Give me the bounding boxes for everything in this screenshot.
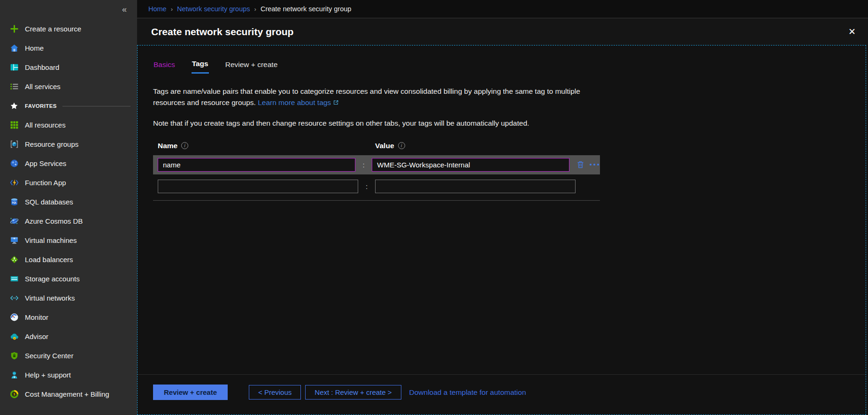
sidebar-item-virtual-networks[interactable]: Virtual networks bbox=[0, 288, 137, 308]
tag-value-input[interactable] bbox=[372, 158, 569, 172]
sidebar-item-resource-groups[interactable]: Resource groups bbox=[0, 135, 137, 154]
sidebar-item-label: All resources bbox=[25, 121, 66, 129]
previous-button[interactable]: < Previous bbox=[249, 385, 301, 400]
learn-more-label: Learn more about tags bbox=[258, 98, 331, 106]
sidebar-nav: Create a resource Home Dashboard All ser… bbox=[0, 19, 137, 404]
all-resources-icon bbox=[9, 121, 19, 130]
sidebar-item-label: App Services bbox=[25, 159, 66, 167]
sidebar-item-label: Azure Cosmos DB bbox=[25, 217, 83, 225]
sidebar-collapse-button[interactable]: « bbox=[122, 5, 127, 15]
sidebar-item-cost-management-billing[interactable]: $ Cost Management + Billing bbox=[0, 385, 137, 404]
main-area: Home › Network security groups › Create … bbox=[137, 0, 868, 415]
sidebar-item-home[interactable]: Home bbox=[0, 38, 137, 58]
info-icon[interactable] bbox=[181, 142, 188, 149]
sidebar-item-label: Virtual networks bbox=[25, 294, 75, 302]
sidebar-item-dashboard[interactable]: Dashboard bbox=[0, 58, 137, 77]
sidebar-item-all-resources[interactable]: All resources bbox=[0, 115, 137, 135]
colon-separator: : bbox=[358, 182, 375, 190]
info-icon[interactable] bbox=[398, 142, 405, 149]
tag-name-input[interactable] bbox=[158, 158, 355, 172]
advisor-icon bbox=[9, 332, 19, 341]
value-header-label: Value bbox=[375, 142, 394, 150]
monitor-icon bbox=[9, 313, 19, 322]
home-icon bbox=[9, 44, 19, 53]
chevron-right-icon: › bbox=[171, 6, 173, 13]
virtual-machines-icon bbox=[9, 236, 19, 245]
sidebar-item-label: Monitor bbox=[25, 313, 48, 321]
sidebar-item-label: Resource groups bbox=[25, 140, 78, 148]
sidebar-item-label: Create a resource bbox=[25, 25, 81, 33]
sidebar-item-label: Cost Management + Billing bbox=[25, 390, 109, 398]
tags-table: Name Value : bbox=[153, 142, 600, 201]
sidebar-item-label: SQL databases bbox=[25, 198, 73, 206]
sidebar-item-monitor[interactable]: Monitor bbox=[0, 308, 137, 327]
sidebar-item-load-balancers[interactable]: Load balancers bbox=[0, 250, 137, 269]
all-services-icon bbox=[9, 82, 19, 91]
sidebar-item-app-services[interactable]: App Services bbox=[0, 154, 137, 173]
sidebar-item-help-support[interactable]: Help + support bbox=[0, 365, 137, 385]
sidebar-item-label: Home bbox=[25, 44, 44, 52]
load-balancers-icon bbox=[9, 255, 19, 264]
tags-table-header: Name Value bbox=[153, 142, 600, 150]
sidebar-item-storage-accounts[interactable]: Storage accounts bbox=[0, 269, 137, 288]
close-icon[interactable]: ✕ bbox=[848, 26, 856, 37]
blade-footer: Review + create < Previous Next : Review… bbox=[138, 374, 866, 415]
azure-portal: « Create a resource Home Dashboard bbox=[0, 0, 868, 415]
function-app-icon bbox=[9, 178, 19, 188]
breadcrumb: Home › Network security groups › Create … bbox=[137, 0, 868, 18]
sidebar-item-virtual-machines[interactable]: Virtual machines bbox=[0, 231, 137, 250]
tag-name-input[interactable] bbox=[158, 180, 358, 193]
blade-content-panel: Basics Tags Review + create Tags are nam… bbox=[137, 45, 866, 415]
tab-review-create[interactable]: Review + create bbox=[225, 60, 278, 74]
download-template-link[interactable]: Download a template for automation bbox=[409, 388, 526, 397]
sidebar-item-label: Load balancers bbox=[25, 256, 73, 264]
blade-titlebar: Create network security group ✕ bbox=[137, 18, 868, 45]
sidebar-item-advisor[interactable]: Advisor bbox=[0, 327, 137, 346]
star-icon bbox=[9, 101, 19, 111]
sidebar-item-azure-cosmos-db[interactable]: Azure Cosmos DB bbox=[0, 211, 137, 231]
help-support-icon bbox=[9, 370, 19, 380]
svg-text:$: $ bbox=[13, 392, 15, 396]
sidebar-section-favorites: FAVORITES bbox=[0, 96, 137, 115]
trash-icon bbox=[576, 160, 584, 169]
sidebar-item-label: Advisor bbox=[25, 332, 48, 340]
virtual-networks-icon bbox=[9, 294, 19, 303]
sidebar-item-label: Storage accounts bbox=[25, 275, 80, 283]
sidebar-item-function-app[interactable]: Function App bbox=[0, 173, 137, 192]
colon-separator: : bbox=[355, 161, 372, 169]
more-options-button[interactable] bbox=[589, 163, 600, 166]
app-services-icon bbox=[9, 159, 19, 168]
plus-icon bbox=[9, 24, 19, 34]
sidebar-item-all-services[interactable]: All services bbox=[0, 77, 137, 96]
sidebar-item-label: All services bbox=[25, 83, 61, 91]
resource-groups-icon bbox=[9, 140, 19, 149]
sidebar-item-create-a-resource[interactable]: Create a resource bbox=[0, 19, 137, 38]
tag-value-input[interactable] bbox=[375, 180, 576, 193]
cosmos-db-icon bbox=[9, 217, 19, 226]
tab-bar: Basics Tags Review + create bbox=[153, 60, 866, 74]
cost-management-icon: $ bbox=[9, 390, 19, 399]
delete-tag-button[interactable] bbox=[576, 160, 584, 169]
tag-row: : bbox=[153, 155, 600, 174]
tab-tags[interactable]: Tags bbox=[192, 60, 209, 74]
breadcrumb-current: Create network security group bbox=[261, 5, 351, 13]
tab-basics[interactable]: Basics bbox=[153, 60, 176, 74]
chevron-right-icon: › bbox=[254, 6, 256, 13]
sidebar-item-label: Dashboard bbox=[25, 63, 59, 71]
tag-row-empty: : bbox=[153, 177, 600, 196]
sidebar-item-label: Help + support bbox=[25, 371, 71, 379]
name-column-header: Name bbox=[158, 142, 375, 150]
learn-more-link[interactable]: Learn more about tags bbox=[258, 98, 339, 106]
sidebar-collapse-row: « bbox=[0, 0, 137, 15]
review-create-button[interactable]: Review + create bbox=[153, 385, 228, 400]
next-button[interactable]: Next : Review + create > bbox=[305, 385, 401, 400]
sidebar-item-security-center[interactable]: Security Center bbox=[0, 346, 137, 365]
sidebar-section-label: FAVORITES bbox=[25, 103, 57, 109]
favorites-divider bbox=[62, 106, 131, 106]
breadcrumb-network-security-groups-link[interactable]: Network security groups bbox=[177, 5, 250, 13]
tags-note: Note that if you create tags and then ch… bbox=[153, 119, 866, 128]
sidebar-item-sql-databases[interactable]: SQL SQL databases bbox=[0, 192, 137, 211]
svg-text:SQL: SQL bbox=[12, 201, 16, 204]
breadcrumb-home-link[interactable]: Home bbox=[148, 5, 167, 13]
value-column-header: Value bbox=[375, 142, 405, 150]
